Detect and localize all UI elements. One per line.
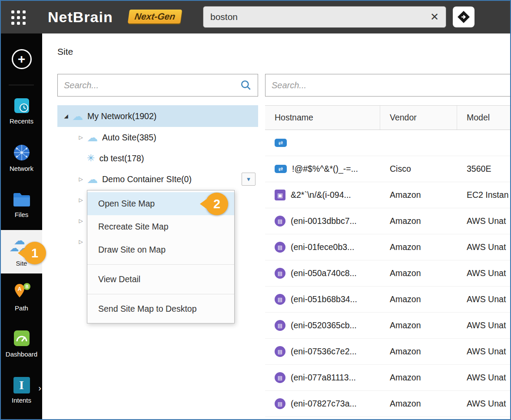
- global-search-input[interactable]: [210, 12, 430, 22]
- expander-closed-icon[interactable]: [76, 218, 85, 224]
- global-search-box[interactable]: ✕: [203, 6, 446, 28]
- expander-closed-icon[interactable]: [76, 197, 85, 203]
- site-dropdown-button[interactable]: ▾: [242, 173, 256, 186]
- diamond-arrow-icon: [456, 10, 471, 24]
- table-row[interactable]: (eni-050a740c8... Amazon AWS Unat: [265, 260, 510, 287]
- quick-action-button[interactable]: [453, 7, 474, 27]
- table-row[interactable]: &2*`\n/&(i-094... Amazon EC2 Instan: [265, 182, 510, 208]
- network-globe-icon: [13, 143, 31, 162]
- menu-divider: [87, 294, 234, 294]
- model-cell: AWS Unat: [457, 208, 510, 234]
- sidebar-item-label: Files: [15, 211, 29, 218]
- svg-text:B: B: [25, 284, 28, 289]
- vendor-cell: Amazon: [380, 260, 457, 286]
- sidebar-item-dashboard[interactable]: Dashboard: [1, 329, 42, 358]
- dashboard-gauge-icon: [13, 329, 31, 347]
- sidebar-item-intents[interactable]: I Intents ›: [1, 377, 42, 404]
- hostname-cell: (eni-0013dbbc7...: [291, 216, 357, 226]
- sidebar-item-label: Intents: [12, 397, 31, 404]
- expander-closed-icon[interactable]: [76, 176, 85, 182]
- sidebar-item-network[interactable]: Network: [1, 143, 42, 172]
- apps-grid-icon[interactable]: [11, 10, 26, 25]
- site-tree-search-input[interactable]: [64, 80, 240, 90]
- tree-item-label: cb test(178): [99, 153, 144, 163]
- table-row[interactable]: (eni-07536c7e2... Amazon AWS Unat: [265, 339, 510, 365]
- vendor-cell: Amazon: [380, 234, 457, 260]
- clear-search-icon[interactable]: ✕: [430, 12, 439, 22]
- column-header-hostname[interactable]: Hostname: [265, 106, 380, 130]
- site-tree-search-box[interactable]: [57, 74, 258, 97]
- menu-item-recreate-site-map[interactable]: Recreate Site Map: [87, 215, 234, 238]
- eni-interface-icon: [275, 346, 285, 357]
- hostname-cell: (eni-07536c7e2...: [291, 347, 357, 357]
- path-pin-icon: A B: [13, 282, 31, 301]
- switch-device-icon: [275, 139, 287, 147]
- table-header: Hostname Vendor Model: [265, 106, 510, 130]
- table-row[interactable]: (eni-0520365cb... Amazon AWS Unat: [265, 313, 510, 339]
- eni-interface-icon: [275, 398, 285, 409]
- table-row[interactable]: (eni-01fece0b3... Amazon AWS Unat: [265, 234, 510, 260]
- ec2-instance-icon: [275, 190, 285, 200]
- table-row[interactable]: [265, 130, 510, 156]
- table-row[interactable]: (eni-077a81113... Amazon AWS Unat: [265, 365, 510, 391]
- model-cell: AWS Unat: [457, 365, 510, 390]
- main-panel: Site ☁ My Network(1902) ☁ Auto Site(385): [42, 33, 510, 419]
- table-row[interactable]: (eni-051b68b34... Amazon AWS Unat: [265, 287, 510, 313]
- menu-divider: [87, 264, 234, 265]
- sidebar-item-recents[interactable]: Recents: [1, 97, 42, 125]
- hostname-cell: !@#$%^&*()_-=...: [292, 164, 358, 174]
- eni-interface-icon: [275, 372, 285, 383]
- top-bar: NetBrain Next-Gen ✕: [1, 1, 510, 33]
- sidebar-item-label: Site: [16, 260, 27, 267]
- vendor-cell: Amazon: [380, 339, 457, 364]
- chevron-right-icon[interactable]: ›: [38, 383, 41, 393]
- tree-item-cb-test[interactable]: ✳ cb test(178): [57, 148, 258, 169]
- model-cell: [457, 130, 510, 156]
- sidebar-divider: [9, 85, 34, 85]
- model-cell: AWS Unat: [457, 287, 510, 312]
- recents-icon: [13, 97, 30, 114]
- menu-item-draw-site-on-map[interactable]: Draw Site on Map: [87, 238, 234, 261]
- expander-closed-icon[interactable]: [76, 134, 85, 140]
- eni-interface-icon: [275, 268, 285, 279]
- device-table-search-input[interactable]: [272, 80, 504, 90]
- expander-open-icon[interactable]: [62, 113, 70, 119]
- table-row[interactable]: !@#$%^&*()_-=... Cisco 3560E: [265, 156, 510, 182]
- vendor-cell: Amazon: [380, 287, 457, 312]
- sidebar-item-label: Dashboard: [6, 350, 37, 358]
- vendor-cell: [380, 130, 457, 156]
- hostname-cell: (eni-0520365cb...: [291, 320, 357, 330]
- vendor-cell: Amazon: [380, 391, 457, 417]
- tree-item-label: Auto Site(385): [102, 133, 156, 143]
- tree-item-auto-site[interactable]: ☁ Auto Site(385): [57, 127, 258, 148]
- sidebar-item-files[interactable]: Files: [1, 191, 42, 218]
- folder-icon: [12, 191, 31, 208]
- sidebar-item-path[interactable]: A B Path: [1, 282, 42, 312]
- vendor-cell: Amazon: [380, 182, 457, 208]
- table-row[interactable]: (eni-0013dbbc7... Amazon AWS Unat: [265, 208, 510, 234]
- tree-item-demo-container-site[interactable]: ☁ Demo Container SIte(0) ▾: [57, 169, 258, 190]
- model-cell: AWS Unat: [457, 391, 510, 417]
- column-header-vendor[interactable]: Vendor: [380, 106, 457, 130]
- device-table-search-box[interactable]: [265, 74, 511, 97]
- vendor-cell: Amazon: [380, 313, 457, 338]
- callout-step-1: 1: [23, 242, 46, 264]
- add-button[interactable]: +: [1, 49, 42, 69]
- hostname-cell: (eni-077a81113...: [291, 373, 356, 383]
- tree-item-label: Demo Container SIte(0): [102, 174, 192, 184]
- tree-item-label: My Network(1902): [87, 111, 156, 121]
- sidebar-item-label: Path: [15, 304, 28, 312]
- cloud-icon: ☁: [87, 132, 98, 143]
- eni-interface-icon: [275, 320, 285, 331]
- menu-item-view-detail[interactable]: View Detail: [87, 268, 234, 291]
- table-row[interactable]: (eni-07827c73a... Amazon AWS Unat: [265, 391, 510, 417]
- asterisk-site-icon: ✳: [87, 153, 95, 163]
- model-cell: AWS Unat: [457, 260, 510, 286]
- hostname-cell: (eni-07827c73a...: [291, 399, 357, 409]
- column-header-model[interactable]: Model: [457, 106, 510, 130]
- menu-item-send-site-map-to-desktop[interactable]: Send Site Map to Desktop: [87, 297, 234, 320]
- eni-interface-icon: [275, 242, 285, 253]
- netbrain-app: NetBrain Next-Gen ✕ + Recents: [0, 0, 511, 420]
- tree-item-my-network[interactable]: ☁ My Network(1902): [57, 105, 258, 127]
- callout-step-2: 2: [206, 193, 228, 215]
